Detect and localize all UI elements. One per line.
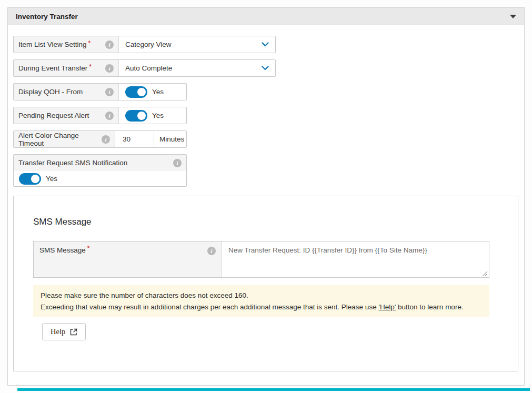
row-display-qoh-from: Display QOH - From Yes — [13, 83, 187, 100]
help-button-label: Help — [51, 327, 65, 336]
item-list-view-setting-label: Item List View Setting * — [14, 36, 119, 53]
label-text: SMS Message — [39, 246, 86, 254]
during-event-transfer-label: During Event Transfer * — [14, 60, 119, 76]
sms-character-limit-notice: Please make sure the number of character… — [33, 285, 489, 317]
label-text: Pending Request Alert — [18, 112, 89, 119]
external-link-icon — [70, 328, 77, 336]
label-text: Item List View Setting — [18, 41, 87, 48]
row-item-list-view-setting: Item List View Setting * Category View — [13, 36, 276, 53]
toggle-state-label: Yes — [152, 112, 164, 119]
during-event-transfer-select[interactable]: Auto Complete — [119, 60, 275, 76]
required-marker: * — [89, 63, 92, 70]
collapse-caret-icon[interactable] — [510, 15, 516, 18]
chevron-down-icon — [262, 42, 269, 47]
minutes-suffix: Minutes — [154, 131, 186, 147]
row-transfer-request-sms-notification: Transfer Request SMS Notification Yes — [13, 154, 187, 187]
sms-message-heading: SMS Message — [33, 217, 518, 227]
chevron-down-icon — [262, 66, 269, 70]
pending-request-alert-label: Pending Request Alert — [14, 107, 119, 124]
info-icon[interactable] — [105, 88, 114, 96]
sms-message-field-label: SMS Message * — [34, 241, 222, 277]
selected-value: Category View — [125, 41, 172, 48]
required-marker: * — [88, 39, 91, 47]
info-icon[interactable] — [105, 112, 114, 120]
row-alert-color-change-timeout: Alert Color Change Timeout Minutes — [13, 130, 187, 148]
display-qoh-from-label: Display QOH - From — [14, 84, 119, 100]
pending-request-alert-control: Yes — [119, 107, 186, 124]
info-icon[interactable] — [173, 159, 182, 167]
pending-request-alert-toggle[interactable] — [125, 110, 147, 122]
selected-value: Auto Complete — [125, 64, 172, 72]
display-qoh-from-toggle[interactable] — [125, 86, 147, 98]
transfer-request-sms-notification-toggle[interactable] — [19, 173, 41, 185]
transfer-request-sms-notification-control: Yes — [14, 171, 186, 186]
row-pending-request-alert: Pending Request Alert Yes — [13, 107, 187, 124]
transfer-request-sms-notification-label: Transfer Request SMS Notification — [14, 155, 186, 171]
label-text: Transfer Request SMS Notification — [18, 159, 127, 167]
required-marker: * — [87, 245, 90, 252]
label-text: Display QOH - From — [18, 88, 83, 96]
notice-line-2: Exceeding that value may result in addit… — [41, 301, 482, 313]
display-qoh-from-control: Yes — [119, 84, 186, 100]
alert-color-change-timeout-input[interactable] — [123, 135, 146, 143]
inventory-transfer-panel: Inventory Transfer Item List View Settin… — [7, 7, 525, 386]
info-icon[interactable] — [105, 41, 114, 49]
panel-header[interactable]: Inventory Transfer — [8, 8, 524, 25]
toggle-state-label: Yes — [152, 88, 164, 96]
info-icon[interactable] — [207, 247, 216, 255]
help-inline-link[interactable]: 'Help' — [378, 303, 396, 311]
label-text: Alert Color Change Timeout — [18, 132, 102, 147]
alert-color-change-timeout-field — [115, 131, 154, 147]
row-during-event-transfer: During Event Transfer * Auto Complete — [13, 59, 276, 77]
notice-line-1: Please make sure the number of character… — [41, 290, 482, 301]
sms-message-field-value: New Transfer Request: ID {{Transfer ID}}… — [222, 241, 489, 277]
info-icon[interactable] — [105, 64, 114, 73]
toggle-state-label: Yes — [46, 175, 57, 183]
panel-title: Inventory Transfer — [16, 13, 78, 21]
sms-message-field-row: SMS Message * New Transfer Request: ID {… — [33, 241, 489, 278]
info-icon[interactable] — [102, 135, 110, 144]
alert-color-change-timeout-label: Alert Color Change Timeout — [14, 131, 115, 147]
help-button[interactable]: Help — [42, 323, 86, 340]
horizontal-scrollbar[interactable] — [17, 388, 530, 391]
panel-body: Item List View Setting * Category View D… — [8, 25, 524, 371]
sms-message-textarea[interactable]: New Transfer Request: ID {{Transfer ID}}… — [222, 241, 489, 275]
label-text: During Event Transfer — [18, 64, 87, 72]
item-list-view-setting-select[interactable]: Category View — [119, 36, 275, 53]
sms-message-section: SMS Message SMS Message * New Transfer R… — [13, 196, 518, 371]
